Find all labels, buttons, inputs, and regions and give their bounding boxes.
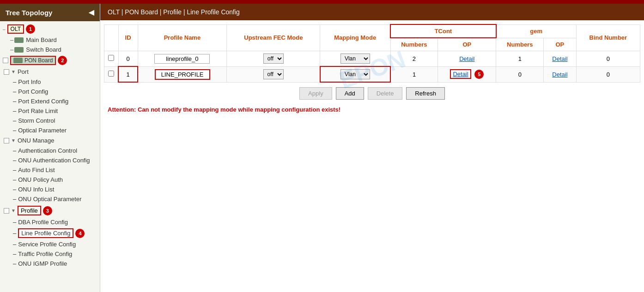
sidebar-item-line-profile-config[interactable]: – Line Profile Config 4: [0, 227, 100, 239]
sidebar-item-switch-board[interactable]: – Switch Board: [0, 45, 100, 54]
refresh-button[interactable]: Refresh: [406, 87, 445, 100]
device-icon-pon: [13, 58, 23, 63]
upstream-fec-select[interactable]: off on: [263, 54, 284, 64]
th-id: ID: [118, 24, 138, 51]
row-gem-op: Detail: [544, 51, 576, 67]
onu-checkbox[interactable]: [4, 138, 9, 143]
th-mapping-mode: Mapping Mode: [320, 24, 390, 51]
dash: –: [13, 127, 16, 134]
pon-checkbox[interactable]: [3, 58, 8, 63]
sidebar-item-auto-find-list[interactable]: – Auto Find List: [0, 165, 100, 175]
dash: –: [13, 88, 16, 95]
sidebar-item-olt[interactable]: – OLT 1: [0, 23, 100, 35]
attention-message: Can not modify the mapping mode while ma…: [138, 106, 340, 113]
badge-2: 2: [58, 56, 67, 65]
onu-manage-label: ONU Manage: [18, 137, 54, 144]
sidebar-item-port-config[interactable]: – Port Config: [0, 87, 100, 96]
sidebar-title: Tree Topology: [6, 9, 52, 17]
gem-detail-link[interactable]: Detail: [552, 71, 567, 78]
mapping-mode-select[interactable]: Vlan GEM DSCP: [340, 54, 370, 64]
badge-4: 4: [75, 229, 85, 238]
pon-board-label: PON Board: [24, 57, 53, 64]
sidebar-item-main-board[interactable]: – Main Board: [0, 35, 100, 45]
row-mapping-mode: Vlan GEM DSCP: [320, 51, 390, 67]
sidebar-item-traffic-profile-config[interactable]: – Traffic Profile Config: [0, 249, 100, 259]
port-checkbox[interactable]: [4, 69, 9, 75]
section-profile[interactable]: ▼ Profile 3: [0, 204, 100, 217]
dash: –: [13, 107, 16, 114]
badge-5: 5: [474, 70, 484, 79]
sidebar-item-onu-info-list[interactable]: – ONU Info List: [0, 185, 100, 194]
th-tcont-numbers: Numbers: [390, 38, 438, 51]
sidebar-item-port-rate-limit[interactable]: – Port Rate Limit: [0, 106, 100, 116]
row-bind-number: 0: [576, 66, 640, 82]
row-checkbox[interactable]: [108, 55, 114, 61]
table-container: EPON ID Profile Name Upstream FEC Mode M…: [100, 20, 644, 119]
top-bar: [0, 0, 644, 4]
profile-name-input[interactable]: [155, 69, 210, 80]
port-expand: ▼: [11, 69, 16, 74]
badge-3: 3: [43, 206, 52, 215]
sidebar-item-onu-policy-auth[interactable]: – ONU Policy Auth: [0, 175, 100, 185]
row-gem-op: Detail: [544, 66, 576, 82]
sidebar-item-onu-optical-param[interactable]: – ONU Optical Parameter: [0, 194, 100, 204]
row-tcont-numbers: 2: [390, 51, 438, 67]
sidebar-item-pon-board[interactable]: PON Board 2: [0, 54, 100, 66]
row-profile-name: [138, 66, 227, 82]
section-port[interactable]: ▼ Port: [0, 66, 100, 77]
attention-area: Attention: Can not modify the mapping mo…: [104, 104, 640, 115]
row-checkbox-cell: [104, 51, 119, 67]
table-row: 1 off on Vlan GEM DSCP 1 Detail 5: [104, 66, 640, 82]
expand-icon: –: [3, 27, 6, 32]
sidebar-item-onu-auth-config[interactable]: – ONU Authentication Config: [0, 155, 100, 165]
th-profile-name: Profile Name: [138, 24, 227, 51]
upstream-fec-select[interactable]: off on: [263, 69, 284, 79]
data-table: ID Profile Name Upstream FEC Mode Mappin…: [104, 24, 640, 83]
row-id: 0: [118, 51, 138, 67]
device-icon-switch: [14, 47, 24, 53]
onu-expand: ▼: [11, 138, 16, 143]
tcont-detail-link[interactable]: Detail: [450, 69, 471, 79]
profile-checkbox[interactable]: [4, 208, 9, 214]
profile-label: Profile: [18, 206, 41, 215]
row-tcont-op: Detail: [438, 51, 496, 67]
sidebar-item-auth-control[interactable]: – Authentication Control: [0, 146, 100, 155]
dash: –: [13, 78, 16, 85]
app-container: Tree Topology ◀ – OLT 1 – Main Board: [0, 0, 644, 292]
sidebar-item-service-profile-config[interactable]: – Service Profile Config: [0, 239, 100, 249]
main-board-label: Main Board: [26, 36, 56, 43]
delete-button[interactable]: Delete: [368, 87, 403, 100]
row-gem-numbers: 0: [496, 66, 544, 82]
section-onu-manage[interactable]: ▼ ONU Manage: [0, 135, 100, 146]
pon-board-box: PON Board: [10, 56, 56, 65]
buttons-row: Apply Add Delete Refresh: [104, 83, 640, 104]
sidebar-content: – OLT 1 – Main Board – Switch Board: [0, 21, 100, 292]
th-gem-op: OP: [544, 38, 576, 51]
apply-button[interactable]: Apply: [299, 87, 332, 100]
sidebar-item-port-extend-config[interactable]: – Port Extend Config: [0, 96, 100, 106]
sidebar-item-optical-parameter[interactable]: – Optical Parameter: [0, 125, 100, 135]
device-icon-main: [14, 37, 24, 43]
profile-expand: ▼: [11, 208, 16, 213]
sidebar-item-storm-control[interactable]: – Storm Control: [0, 116, 100, 125]
gem-detail-link[interactable]: Detail: [552, 55, 567, 62]
mapping-mode-select[interactable]: Vlan GEM DSCP: [340, 69, 370, 79]
profile-name-input[interactable]: [154, 54, 210, 64]
add-button[interactable]: Add: [336, 87, 364, 100]
row-checkbox[interactable]: [108, 71, 114, 77]
switch-board-label: Switch Board: [26, 46, 61, 53]
tcont-detail-link[interactable]: Detail: [459, 55, 474, 62]
dash: –: [13, 117, 16, 124]
sidebar-item-onu-igmp-profile[interactable]: – ONU IGMP Profile: [0, 259, 100, 268]
table-row: 0 off on Vlan GEM DSCP 2 Detail: [104, 51, 640, 67]
breadcrumb-bar: OLT | PON Board | Profile | Line Profile…: [100, 4, 644, 20]
sidebar-item-port-info[interactable]: – Port Info: [0, 77, 100, 87]
attention-prefix: Attention:: [108, 106, 136, 113]
row-tcont-op: Detail 5: [438, 66, 496, 82]
badge-1: 1: [26, 24, 35, 34]
row-upstream-fec: off on: [227, 66, 320, 82]
row-id: 1: [118, 66, 138, 82]
collapse-icon[interactable]: ◀: [89, 8, 94, 17]
olt-label: OLT: [7, 24, 24, 34]
sidebar-item-dba-profile-config[interactable]: – DBA Profile Config: [0, 217, 100, 227]
